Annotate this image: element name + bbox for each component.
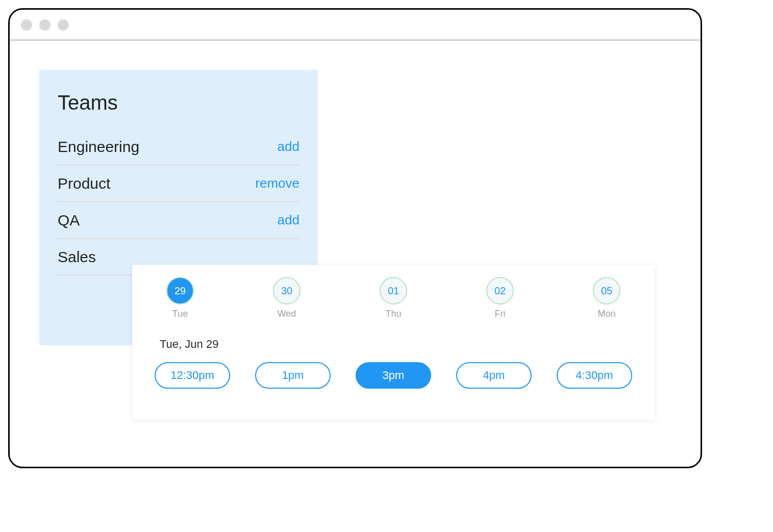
day-number: 02 [486,277,514,305]
day-option-02[interactable]: 02 Fri [480,277,520,319]
day-of-week: Fri [495,309,506,319]
window-titlebar [10,10,701,40]
time-option-430pm[interactable]: 4:30pm [557,362,632,389]
selected-date-label: Tue, Jun 29 [155,338,632,351]
team-name: Sales [58,248,96,266]
day-of-week: Mon [597,309,615,319]
viewport: Teams Engineering add Product remove QA … [10,40,701,467]
team-add-button[interactable]: add [278,139,300,155]
datetime-picker: 29 Tue 30 Wed 01 Thu 02 Fri 05 Mon [132,265,655,420]
time-option-3pm[interactable]: 3pm [356,362,431,389]
team-row-product: Product remove [58,165,300,202]
time-selector-row: 12:30pm 1pm 3pm 4pm 4:30pm [155,362,632,389]
team-name: Product [58,175,110,192]
day-number: 29 [166,277,194,305]
team-remove-button[interactable]: remove [255,175,300,191]
day-of-week: Wed [278,309,296,319]
window-control-maximize[interactable] [58,19,69,31]
day-option-30[interactable]: 30 Wed [266,277,307,319]
day-number: 05 [593,277,620,305]
day-selector-row: 29 Tue 30 Wed 01 Thu 02 Fri 05 Mon [155,277,632,319]
team-add-button[interactable]: add [278,212,300,228]
day-option-01[interactable]: 01 Thu [373,277,414,319]
day-number: 30 [273,277,301,305]
team-row-engineering: Engineering add [58,129,300,165]
time-option-1230pm[interactable]: 12:30pm [155,362,230,389]
day-of-week: Thu [385,309,401,319]
day-option-29[interactable]: 29 Tue [160,277,201,319]
team-name: QA [58,212,80,229]
day-option-05[interactable]: 05 Mon [586,277,627,319]
time-option-1pm[interactable]: 1pm [255,362,331,389]
teams-heading: Teams [58,91,300,114]
day-number: 01 [380,277,407,305]
window-control-minimize[interactable] [39,19,51,31]
day-of-week: Tue [172,309,188,319]
browser-window: Teams Engineering add Product remove QA … [8,8,702,468]
team-name: Engineering [58,138,139,156]
window-control-close[interactable] [21,19,32,31]
time-option-4pm[interactable]: 4pm [456,362,532,389]
team-row-qa: QA add [58,202,300,239]
